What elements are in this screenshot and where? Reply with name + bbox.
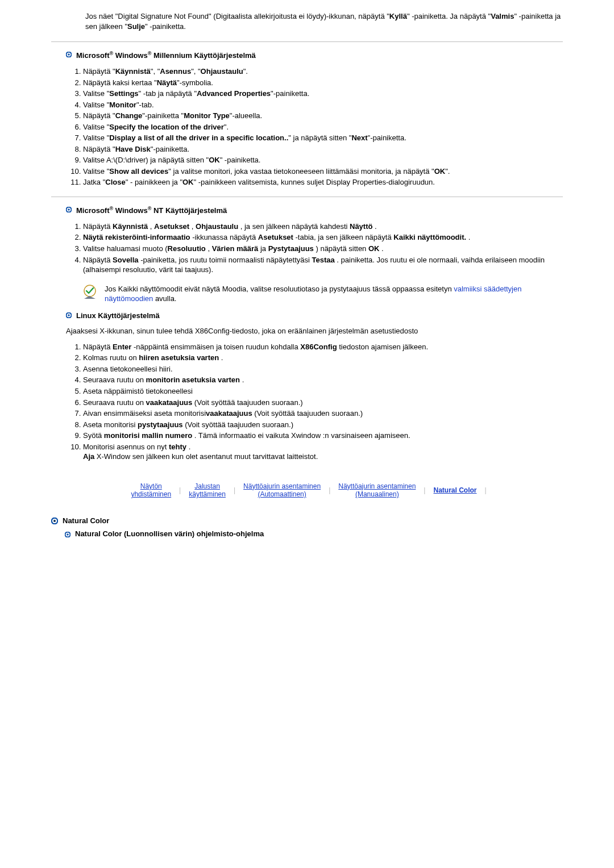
footer-sub-text: Natural Color (Luonnollisen värin) ohjel… [75, 529, 264, 539]
nt-note: Jos Kaikki näyttömoodit eivät näytä Mood… [82, 284, 563, 304]
section-title-me-text: Microsoft® Windows® Millennium Käyttöjär… [76, 50, 256, 61]
list-item: Jatka "Close" - painikkeen ja "OK" -pain… [83, 177, 563, 187]
nt-note-prefix: Jos Kaikki näyttömoodit eivät näytä Mood… [105, 285, 454, 293]
list-item: Valitse A:\(D:\driver) ja näpäytä sitten… [83, 155, 563, 165]
list-item: Näpäytä Sovella -painiketta, jos ruutu t… [83, 255, 563, 275]
nav-separator: | [424, 486, 425, 495]
nav-natural-color[interactable]: Natural Color [430, 486, 480, 494]
divider [51, 197, 563, 197]
bullet-icon [66, 312, 72, 318]
list-item: Valitse "Monitor"-tab. [83, 100, 563, 110]
list-item: Valitse "Show all devices" ja valitse mo… [83, 166, 563, 177]
nav-separator: | [484, 486, 486, 495]
intro-paragraph: Jos näet "Digital Signature Not Found" (… [85, 11, 563, 31]
list-item: Näpäytä Käynnistä , Asetukset , Ohjausta… [83, 222, 563, 232]
nav-display-connect[interactable]: Näytön yhdistäminen [127, 482, 175, 499]
list-item: Kolmas ruutu on hiiren asetuksia varten … [83, 353, 563, 363]
list-item: Syötä monitorisi mallin numero . Tämä in… [83, 431, 563, 441]
list-item: Näpäytä Enter -näppäintä ensimmäisen ja … [83, 342, 563, 352]
list-item: Valitse haluamasi muoto (Resoluutio , Vä… [83, 244, 563, 254]
footer-sub: Natural Color (Luonnollisen värin) ohjel… [65, 529, 563, 539]
svg-point-3 [68, 208, 69, 210]
list-item: Valitse "Specify the location of the dri… [83, 122, 563, 132]
list-item: Aseta monitorisi pystytaajuus (Voit syöt… [83, 420, 563, 430]
nav-label: (Manuaalinen) [355, 490, 399, 498]
svg-point-10 [67, 534, 68, 536]
section-title-nt-text: Microsoft® Windows® NT Käyttöjärjestelmä [76, 205, 227, 216]
section-title-nt: Microsoft® Windows® NT Käyttöjärjestelmä [66, 205, 563, 216]
list-item: Valitse "Display a list of all the drive… [83, 133, 563, 143]
list-item: Näpäytä kaksi kertaa "Näytä"-symbolia. [83, 78, 563, 88]
steps-linux: Näpäytä Enter -näppäintä ensimmäisen ja … [72, 342, 563, 462]
nav-label: (Automaattinen) [258, 490, 306, 498]
section-title-linux-text: Linux Käyttöjärjestelmä [76, 311, 160, 321]
section-title-me: Microsoft® Windows® Millennium Käyttöjär… [66, 50, 563, 61]
divider [51, 41, 563, 42]
nav-label: Jalustan [194, 482, 220, 490]
list-item: Näpäytä "Käynnistä", "Asennus", "Ohjaust… [83, 66, 563, 77]
list-item: Monitorisi asennus on nyt tehty .Aja X-W… [83, 442, 563, 462]
steps-me: Näpäytä "Käynnistä", "Asennus", "Ohjaust… [72, 66, 563, 187]
nav-label: Näyttöajurin asentaminen [243, 482, 321, 490]
nav-label: Näyttöajurin asentaminen [338, 482, 416, 490]
list-item: Näytä rekisteröinti-informaatio -ikkunas… [83, 232, 563, 243]
nav-separator: | [329, 486, 330, 495]
bullet-icon [51, 517, 58, 524]
steps-nt: Näpäytä Käynnistä , Asetukset , Ohjausta… [72, 222, 563, 275]
nav-separator: | [179, 486, 181, 495]
nav-driver-auto[interactable]: Näyttöajurin asentaminen (Automaattinen) [240, 482, 324, 499]
linux-intro: Ajaaksesi X-ikkunan, sinun tulee tehdä X… [51, 326, 563, 336]
bullet-icon [66, 52, 72, 57]
section-title-linux: Linux Käyttöjärjestelmä [66, 311, 563, 321]
footer-heading-text: Natural Color [63, 516, 109, 526]
list-item: Aivan ensimmäiseksi aseta monitorisivaak… [83, 408, 563, 419]
nav-label: käyttäminen [189, 490, 226, 498]
list-item: Aseta näppäimistö tietokoneellesi [83, 386, 563, 397]
nt-note-text: Jos Kaikki näyttömoodit eivät näytä Mood… [105, 284, 563, 304]
nav-links: Näytön yhdistäminen | Jalustan käyttämin… [51, 482, 563, 499]
nav-separator: | [234, 486, 235, 495]
list-item: Näpäytä "Have Disk"-painiketta. [83, 144, 563, 155]
nav-stand-use[interactable]: Jalustan käyttäminen [185, 482, 229, 499]
nav-label: yhdistäminen [131, 490, 171, 498]
list-item: Seuraava ruutu on vaakataajuus (Voit syö… [83, 398, 563, 408]
list-item: Valitse "Settings" -tab ja näpäytä "Adva… [83, 89, 563, 99]
list-item: Asenna tietokoneellesi hiiri. [83, 364, 563, 374]
nav-driver-manual[interactable]: Näyttöajurin asentaminen (Manuaalinen) [335, 482, 419, 499]
footer-heading: Natural Color [51, 516, 563, 526]
svg-point-1 [68, 53, 69, 55]
bullet-icon [65, 532, 70, 537]
nav-label: Näytön [140, 482, 162, 490]
nt-note-suffix: avulla. [153, 294, 176, 303]
svg-point-6 [68, 314, 69, 316]
svg-point-8 [53, 520, 56, 522]
list-item: Seuraava ruutu on monitorin asetuksia va… [83, 375, 563, 385]
bullet-icon [66, 207, 72, 212]
checkmark-icon [82, 284, 98, 300]
list-item: Näpäytä "Change"-painiketta "Monitor Typ… [83, 111, 563, 121]
